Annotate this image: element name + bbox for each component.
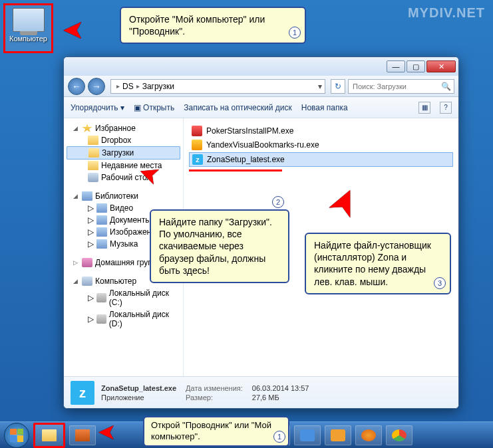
- mpc-icon: [75, 429, 90, 441]
- folder-icon: [88, 161, 98, 170]
- start-button[interactable]: [4, 423, 29, 448]
- sidebar-libraries[interactable]: ◢Библиотеки: [64, 190, 183, 202]
- sidebar-item-recent[interactable]: Недавние места: [64, 160, 183, 171]
- music-icon: [96, 239, 107, 249]
- navbar: ← → ▸ DS ▸ Загрузки ▾ ↻ 🔍: [64, 76, 458, 97]
- arrow-annotation: ➤: [98, 420, 115, 443]
- video-icon: [96, 203, 107, 213]
- sidebar-item-downloads[interactable]: Загрузки: [67, 146, 180, 160]
- disk-icon: [96, 293, 106, 302]
- sidebar-item-diskd[interactable]: ▷Локальный диск (D:): [64, 308, 183, 330]
- red-underline-annotation: [189, 168, 282, 171]
- breadcrumb[interactable]: Загрузки: [142, 82, 174, 91]
- app-icon: [192, 126, 202, 136]
- callout-number: 1: [273, 431, 285, 443]
- watermark: MYDIV.NET: [408, 5, 485, 21]
- arrow-annotation: ➤: [63, 16, 83, 44]
- status-size-label: Размер:: [186, 393, 243, 401]
- file-thumbnail: z: [71, 381, 94, 405]
- callout-3: Найдите файл-установщик (инсталлятор) Zo…: [305, 233, 451, 294]
- taskbar-app-icon[interactable]: [69, 425, 96, 445]
- address-bar[interactable]: ▸ DS ▸ Загрузки ▾: [110, 79, 325, 94]
- minimize-button[interactable]: —: [387, 60, 405, 72]
- search-icon: 🔍: [441, 82, 451, 91]
- taskbar-explorer-icon[interactable]: [33, 423, 65, 448]
- status-filetype: Приложение: [101, 393, 176, 401]
- new-folder-button[interactable]: Новая папка: [301, 103, 348, 112]
- file-row[interactable]: YandexVisualBookmarks-ru.exe: [189, 138, 453, 152]
- file-row[interactable]: PokerStarsInstallPM.exe: [189, 124, 453, 138]
- forward-button[interactable]: →: [88, 78, 105, 95]
- desktop-computer-icon[interactable]: Компьютер: [3, 3, 53, 53]
- pictures-icon: [96, 227, 107, 237]
- sidebar-item-desktop[interactable]: Рабочий стол: [64, 171, 183, 183]
- callout-number: 2: [272, 196, 284, 208]
- disk-icon: [96, 314, 106, 324]
- app-icon: [192, 140, 202, 150]
- status-bar: z ZonaSetup_latest.exe Дата изменения: 0…: [64, 376, 458, 408]
- status-size-value: 27,6 МБ: [252, 393, 309, 401]
- search-box[interactable]: 🔍: [348, 79, 454, 94]
- star-icon: [82, 124, 92, 133]
- close-button[interactable]: ✕: [426, 60, 456, 72]
- windows-logo-icon: [10, 429, 23, 442]
- help-button[interactable]: ?: [440, 102, 452, 114]
- status-date-value: 06.03.2014 13:57: [252, 384, 309, 392]
- homegroup-icon: [82, 258, 92, 267]
- taskbar-firefox-icon[interactable]: [355, 425, 382, 445]
- breadcrumb[interactable]: DS: [122, 82, 134, 91]
- maximize-button[interactable]: ▢: [407, 60, 425, 72]
- open-button[interactable]: ▣ Открыть: [134, 103, 174, 112]
- sidebar-item-dropbox[interactable]: Dropbox: [64, 134, 183, 146]
- view-button[interactable]: ▦: [418, 102, 430, 114]
- app-icon: [300, 429, 315, 441]
- taskbar-app-icon[interactable]: [294, 425, 321, 445]
- refresh-button[interactable]: ↻: [331, 79, 345, 94]
- computer-icon: [82, 277, 92, 286]
- desktop-icon: [88, 173, 98, 182]
- toolbar: Упорядочить ▾ ▣ Открыть Записать на опти…: [64, 97, 458, 118]
- callout-number: 3: [434, 277, 446, 289]
- status-date-label: Дата изменения:: [186, 384, 243, 392]
- documents-icon: [96, 215, 107, 225]
- app-icon: [331, 429, 345, 441]
- callout-4: Открой "Проводник" или "Мой компьютер". …: [143, 416, 289, 447]
- titlebar: — ▢ ✕: [64, 57, 458, 76]
- firefox-icon: [361, 429, 376, 441]
- zona-icon: z: [192, 154, 203, 165]
- folder-icon: [88, 148, 99, 158]
- burn-button[interactable]: Записать на оптический диск: [184, 103, 292, 112]
- callout-2: Найдите папку "Загрузки". По умолчанию, …: [150, 209, 289, 283]
- back-button[interactable]: ←: [68, 78, 85, 95]
- sidebar-item-diskc[interactable]: ▷Локальный диск (C:): [64, 287, 183, 308]
- file-row-selected[interactable]: zZonaSetup_latest.exe: [189, 152, 453, 167]
- taskbar-app-icon[interactable]: [325, 425, 351, 445]
- taskbar-chrome-icon[interactable]: [386, 425, 412, 445]
- callout-number: 1: [289, 27, 301, 39]
- folder-icon: [88, 136, 98, 145]
- chevron-down-icon[interactable]: ▾: [318, 82, 322, 91]
- sidebar-favorites[interactable]: ◢Избранное: [64, 122, 183, 134]
- folder-icon: [42, 429, 57, 441]
- search-input[interactable]: [349, 80, 454, 93]
- organize-button[interactable]: Упорядочить ▾: [71, 103, 124, 112]
- desktop-icon-label: Компьютер: [5, 35, 51, 43]
- library-icon: [82, 191, 92, 201]
- callout-1: Откройте "Мой компьютер" или "Проводник"…: [120, 7, 306, 44]
- status-filename: ZonaSetup_latest.exe: [101, 384, 176, 392]
- chrome-icon: [392, 429, 407, 441]
- monitor-icon: [13, 8, 45, 32]
